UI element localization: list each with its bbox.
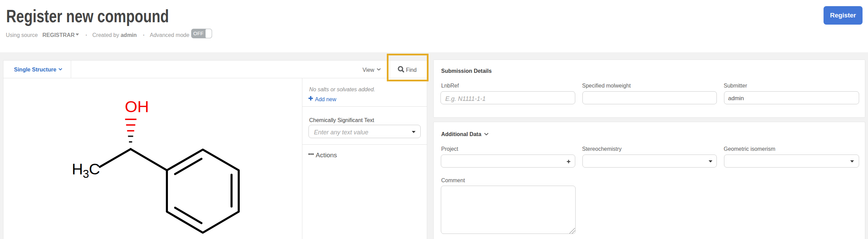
- svg-text:C: C: [89, 160, 100, 178]
- svg-text:H: H: [72, 160, 83, 178]
- svg-text:OH: OH: [125, 97, 149, 116]
- svg-text:3: 3: [83, 168, 89, 180]
